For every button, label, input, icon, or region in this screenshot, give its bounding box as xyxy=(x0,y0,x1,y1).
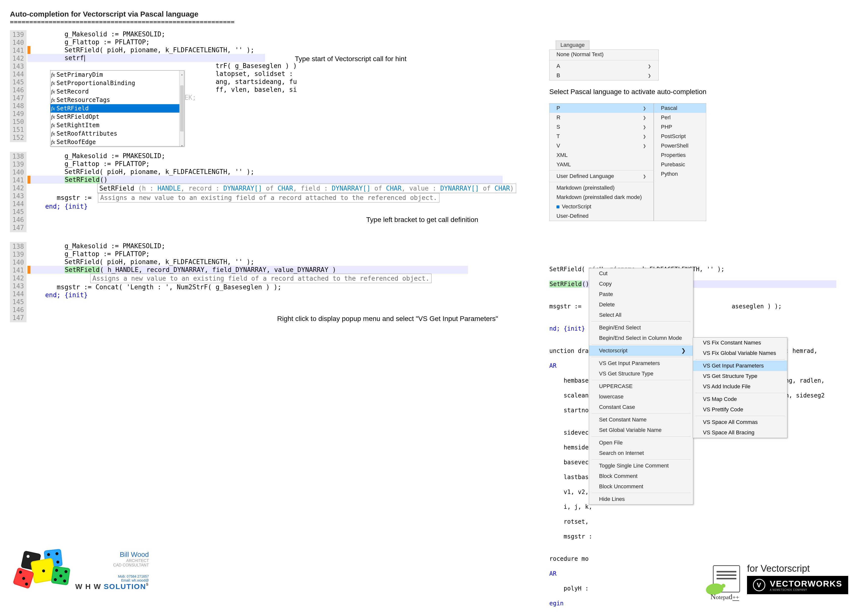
radio-selected-icon xyxy=(556,205,560,208)
ctx-copy[interactable]: Copy xyxy=(589,279,693,289)
ctx-item[interactable]: Hide Lines xyxy=(589,494,693,504)
scroll-up-icon[interactable]: ▴ xyxy=(180,71,184,75)
ctx-item[interactable]: Search on Internet xyxy=(589,448,693,458)
menu-item[interactable]: Perl xyxy=(654,113,706,122)
ctx-item[interactable]: lowercase xyxy=(589,392,693,402)
fx-icon: fx xyxy=(51,96,55,104)
code-1[interactable]: g_Makesolid := PMAKESOLID; g_Flattop := … xyxy=(28,30,265,101)
annotation-1: Type start of Vectorscript call for hint xyxy=(295,55,406,63)
lang-menu-left[interactable]: P❯ R❯ S❯ T❯ V❯ XML YAML User Defined Lan… xyxy=(549,103,654,221)
autocomplete-popup[interactable]: fxSetPrimaryDim fxSetProportionalBinding… xyxy=(50,70,184,147)
ctx-item[interactable]: Open File xyxy=(589,437,693,448)
lang-menu-right[interactable]: Pascal Perl PHP PostScript PowerShell Pr… xyxy=(654,103,706,221)
menu-item[interactable]: A❯ xyxy=(550,61,659,71)
menu-item[interactable]: XML xyxy=(550,150,654,160)
scrollbar[interactable]: ▴ ▾ xyxy=(180,71,184,146)
menu-item[interactable]: V❯ xyxy=(550,141,654,150)
ctx-item[interactable]: Set Constant Name xyxy=(589,414,693,425)
menu-item[interactable]: Purebasic xyxy=(654,160,706,169)
gutter-3: 138139 140141 142143 144145 146147 xyxy=(10,242,26,322)
context-submenu[interactable]: VS Fix Constant Names VS Fix Global Vari… xyxy=(693,337,787,438)
menu-item[interactable]: User-Defined xyxy=(550,211,654,221)
menu-item[interactable]: User Defined Language❯ xyxy=(550,172,654,181)
ctx-cut[interactable]: Cut xyxy=(589,268,693,279)
scroll-down-icon[interactable]: ▾ xyxy=(180,142,184,146)
menu-item[interactable]: PHP xyxy=(654,122,706,132)
menu-item[interactable]: PostScript xyxy=(654,132,706,141)
ctx-vectorscript[interactable]: Vectorscript❯ xyxy=(589,346,693,356)
vectorworks-logo: V VECTORWORKS A NEMETSCHEK COMPANY xyxy=(747,576,848,594)
context-menu[interactable]: Cut Copy Paste Delete Select All Begin/E… xyxy=(589,268,693,505)
ac-item[interactable]: fxSetProportionalBinding xyxy=(51,79,184,87)
typed-fragment: setrf xyxy=(65,54,84,62)
menu-item-P[interactable]: P❯ xyxy=(550,104,654,113)
biz-brand: W H W SOLUTIONS xyxy=(75,582,149,591)
menu-item[interactable]: T❯ xyxy=(550,132,654,141)
ctx-item[interactable]: Toggle Single Line Comment xyxy=(589,460,693,471)
ctx-delete[interactable]: Delete xyxy=(589,299,693,310)
biz-sub1: ARCHITECT xyxy=(75,558,149,563)
sub-item[interactable]: VS Get Structure Type xyxy=(693,371,787,381)
ctx-paste[interactable]: Paste xyxy=(589,289,693,299)
ctx-item[interactable]: Begin/End Select xyxy=(589,323,693,333)
ac-item[interactable]: fxSetPrimaryDim xyxy=(51,71,184,79)
ctx-item[interactable]: VS Get Input Parameters xyxy=(589,358,693,369)
code-3[interactable]: g_Makesolid := PMAKESOLID; g_Flattop := … xyxy=(28,242,468,299)
menu-item[interactable]: R❯ xyxy=(550,113,654,122)
fx-icon: fx xyxy=(51,79,55,87)
biz-name: Bill Wood xyxy=(75,550,149,558)
ctx-item[interactable]: Block Uncomment xyxy=(589,481,693,492)
ac-item[interactable]: fxSetResourceTags xyxy=(51,96,184,104)
sub-item-get-input-params[interactable]: VS Get Input Parameters xyxy=(693,361,787,371)
menu-item[interactable]: Python xyxy=(654,169,706,179)
code-2[interactable]: g_Makesolid := PMAKESOLID; g_Flattop := … xyxy=(28,152,502,210)
chevron-right-icon: ❯ xyxy=(643,174,646,179)
sub-item[interactable]: VS Map Code xyxy=(693,394,787,405)
language-tab[interactable]: Language xyxy=(556,40,589,50)
sub-item[interactable]: VS Fix Global Variable Names xyxy=(693,348,787,358)
ac-item-selected[interactable]: fxSetRField xyxy=(51,104,184,113)
chevron-right-icon: ❯ xyxy=(643,134,646,139)
sub-item[interactable]: VS Fix Constant Names xyxy=(693,338,787,348)
sub-item[interactable]: VS Add Include File xyxy=(693,381,787,392)
biz-email: Email: wh.wood@ xyxy=(75,578,149,582)
title-divider: ========================================… xyxy=(10,18,858,26)
menu-item[interactable]: Markdown (preinstalled dark mode) xyxy=(550,192,654,202)
scroll-thumb[interactable] xyxy=(180,85,184,132)
hl-word-setrfield: SetRField xyxy=(65,266,100,273)
ac-item[interactable]: fxSetRightItem xyxy=(51,121,184,129)
menu-item-pascal[interactable]: Pascal xyxy=(654,104,706,113)
ac-item[interactable]: fxSetRoofEdge xyxy=(51,138,184,146)
chevron-right-icon: ❯ xyxy=(648,73,651,78)
menu-item[interactable]: B❯ xyxy=(550,71,659,80)
ctx-select-all[interactable]: Select All xyxy=(589,310,693,320)
fx-icon: fx xyxy=(51,88,55,96)
sub-item[interactable]: VS Space All Commas xyxy=(693,417,787,427)
hl-word-setrfield: SetRField xyxy=(65,176,100,183)
menu-item[interactable]: S❯ xyxy=(550,122,654,132)
fx-icon: fx xyxy=(51,71,55,79)
ctx-item[interactable]: Begin/End Select in Column Mode xyxy=(589,333,693,343)
ctx-item[interactable]: Set Global Variable Name xyxy=(589,425,693,435)
menu-item[interactable]: Properties xyxy=(654,150,706,160)
sub-item[interactable]: VS Space All Bracing xyxy=(693,427,787,438)
gutter-1: 139140 141142 143144 145146 147148 14915… xyxy=(10,30,26,142)
hl-word-setrfield: SetRField xyxy=(549,281,582,288)
ac-item[interactable]: fxSetRoofAttributes xyxy=(51,129,184,138)
menu-item[interactable]: YAML xyxy=(550,160,654,169)
ctx-item[interactable]: VS Get Structure Type xyxy=(589,369,693,379)
ac-item[interactable]: fxSetRFieldOpt xyxy=(51,113,184,121)
chevron-right-icon: ❯ xyxy=(643,115,646,120)
lang-menu-top[interactable]: None (Normal Text) A❯ B❯ xyxy=(549,50,659,81)
sub-item[interactable]: VS Prettify Code xyxy=(693,405,787,415)
for-vectorscript-label: for Vectorscript xyxy=(747,563,848,574)
ctx-item[interactable]: UPPERCASE xyxy=(589,381,693,392)
menu-item-vectorscript[interactable]: VectorScript xyxy=(550,202,654,211)
ctx-item[interactable]: Block Comment xyxy=(589,471,693,481)
menu-item[interactable]: None (Normal Text) xyxy=(550,50,659,59)
fx-icon: fx xyxy=(51,130,55,138)
menu-item[interactable]: PowerShell xyxy=(654,141,706,150)
ac-item[interactable]: fxSetRecord xyxy=(51,87,184,96)
ctx-item[interactable]: Constant Case xyxy=(589,402,693,412)
menu-item[interactable]: Markdown (preinstalled) xyxy=(550,183,654,192)
